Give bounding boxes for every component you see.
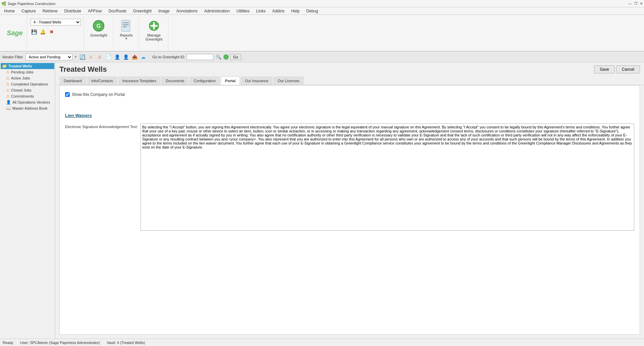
ribbon-reports-btn[interactable]: Reports ▼ bbox=[117, 17, 136, 42]
show-on-portal-checkbox[interactable] bbox=[65, 92, 70, 97]
ribbon-greenlight-group: G Greenlight bbox=[85, 16, 113, 50]
sidebar-item-master-address-book[interactable]: 📖 Master Address Book bbox=[1, 105, 54, 111]
menu-apflow[interactable]: APFlow bbox=[87, 8, 103, 14]
person-add-btn[interactable]: 👤 bbox=[122, 53, 129, 61]
svg-rect-10 bbox=[153, 22, 155, 24]
tab-insurance-templates[interactable]: Insurance Templates bbox=[118, 76, 161, 85]
tab-content-portal: Show this Company on Portal Lien Waivers… bbox=[59, 85, 640, 335]
tree-person-icon: 👤 bbox=[6, 100, 11, 105]
person-btn[interactable]: 👤 bbox=[113, 53, 121, 61]
save-button[interactable]: Save bbox=[594, 65, 614, 73]
menu-bar: Home Capture Retrieve Distribute APFlow … bbox=[0, 7, 644, 15]
menu-home[interactable]: Home bbox=[3, 8, 16, 14]
menu-image[interactable]: Image bbox=[157, 8, 171, 14]
sidebar-item-pending-jobs[interactable]: ⚠ Pending Jobs bbox=[1, 69, 54, 75]
tree-book-icon: 📖 bbox=[6, 106, 11, 111]
page-title: Treated Wells bbox=[59, 65, 107, 74]
go-to-input[interactable] bbox=[186, 54, 213, 60]
ribbon-manage-btn[interactable]: ManageGreenlight bbox=[143, 17, 166, 43]
e-signature-textarea[interactable] bbox=[141, 123, 634, 231]
warning-red-btn[interactable]: ⚠ bbox=[96, 53, 103, 61]
tree-folder-icon: 📁 bbox=[2, 64, 7, 68]
warning-orange-btn[interactable]: ⚠ bbox=[87, 53, 95, 61]
status-user: User: SPCAdmin (Sage Paperless Administr… bbox=[20, 341, 100, 345]
menu-debug[interactable]: Debug bbox=[305, 8, 319, 14]
status-vault: Vault: 4 (Treated Wells) bbox=[107, 341, 145, 345]
restore-btn[interactable]: ❐ bbox=[634, 2, 637, 5]
main-layout: 📁 Treated Wells ⚠ Pending Jobs ⚠ Active … bbox=[0, 62, 644, 339]
sidebar-item-commitments[interactable]: ⚠ Commitments bbox=[1, 93, 54, 99]
ribbon-manage-group: ManageGreenlight bbox=[140, 16, 169, 50]
cancel-button[interactable]: Cancel bbox=[616, 65, 640, 73]
sidebar-item-label: Treated Wells bbox=[8, 64, 32, 68]
tab-portal[interactable]: Portal bbox=[221, 76, 240, 85]
ribbon-reports-label: Reports bbox=[120, 33, 133, 37]
sage-logo: Sage bbox=[7, 29, 23, 37]
status-indicator bbox=[223, 54, 229, 60]
menu-help[interactable]: Help bbox=[290, 8, 301, 14]
sidebar-item-closed-jobs[interactable]: ⚠ Closed Jobs bbox=[1, 87, 54, 93]
file-send-btn[interactable]: 📤 bbox=[131, 53, 138, 61]
go-button[interactable]: Go bbox=[230, 54, 241, 60]
filter-dropdown[interactable]: Active and Pending All Active Pending bbox=[25, 54, 72, 60]
menu-annotations[interactable]: Annotations bbox=[175, 8, 199, 14]
menu-capture[interactable]: Capture bbox=[20, 8, 37, 14]
sidebar: 📁 Treated Wells ⚠ Pending Jobs ⚠ Active … bbox=[0, 62, 55, 339]
ribbon-greenlight-label: Greenlight bbox=[90, 33, 107, 37]
menu-administration[interactable]: Administration bbox=[203, 8, 231, 14]
sidebar-item-label: Master Address Book bbox=[12, 106, 48, 110]
tab-our-insurance[interactable]: Our Insurance bbox=[240, 76, 273, 85]
minimize-btn[interactable]: — bbox=[628, 2, 632, 5]
ribbon-reports-group: Reports ▼ bbox=[114, 16, 139, 50]
save-icon-btn[interactable]: 💾 bbox=[31, 28, 38, 36]
toolbar: Vendor Filter Active and Pending All Act… bbox=[0, 52, 644, 62]
status-bar: Ready User: SPCAdmin (Sage Paperless Adm… bbox=[0, 339, 644, 346]
menu-distribute[interactable]: Distribute bbox=[63, 8, 83, 14]
menu-utilities[interactable]: Utilities bbox=[235, 8, 251, 14]
tab-bar: Dashboard Info/Contacts Insurance Templa… bbox=[55, 76, 644, 85]
lien-waivers-title: Lien Waivers bbox=[64, 113, 636, 118]
sidebar-item-all-ops-vendors[interactable]: 👤 All Operations Vendors bbox=[1, 99, 54, 105]
tab-configuration[interactable]: Configuration bbox=[190, 76, 220, 85]
svg-rect-8 bbox=[150, 25, 152, 26]
menu-retrieve[interactable]: Retrieve bbox=[41, 8, 59, 14]
tree-warning-icon5: ⚠ bbox=[6, 94, 10, 99]
greenlight-icon: G bbox=[92, 19, 105, 33]
lien-waivers-section: Lien Waivers Electronic Signature Acknow… bbox=[64, 113, 636, 232]
cloud-btn[interactable]: ☁ bbox=[140, 53, 147, 61]
svg-text:G: G bbox=[97, 23, 101, 29]
file-green-btn[interactable]: 📄 bbox=[105, 53, 112, 61]
close-btn[interactable]: ✕ bbox=[640, 2, 643, 5]
go-to-label: Go to Greenlight ID: bbox=[152, 55, 185, 59]
show-on-portal-label: Show this Company on Portal bbox=[72, 92, 125, 97]
reports-dropdown-arrow: ▼ bbox=[125, 37, 128, 40]
sidebar-item-treated-wells[interactable]: 📁 Treated Wells bbox=[1, 63, 54, 69]
menu-greenlight[interactable]: Greenlight bbox=[132, 8, 153, 14]
menu-addins[interactable]: Addins bbox=[271, 8, 286, 14]
reports-icon bbox=[120, 19, 133, 33]
tab-info-contacts[interactable]: Info/Contacts bbox=[87, 76, 117, 85]
app-icon: 🌿 bbox=[1, 1, 6, 6]
cancel-icon-btn[interactable]: ✖ bbox=[48, 28, 55, 36]
status-ready: Ready bbox=[3, 341, 13, 345]
dropdown-arrow: ▼ bbox=[74, 55, 77, 59]
alert-icon-btn[interactable]: 🔔 bbox=[39, 28, 47, 36]
vault-dropdown[interactable]: 4 - Treated Wells bbox=[31, 19, 81, 25]
tab-documents[interactable]: Documents bbox=[161, 76, 189, 85]
svg-rect-11 bbox=[153, 27, 155, 30]
tab-our-licenses[interactable]: Our Licenses bbox=[273, 76, 304, 85]
e-signature-row: Electronic Signature Acknowledgement Tex… bbox=[64, 122, 636, 232]
search-icon[interactable]: 🔍 bbox=[215, 53, 222, 61]
sidebar-item-active-jobs[interactable]: ⚠ Active Jobs bbox=[1, 75, 54, 81]
ribbon-greenlight-btn[interactable]: G Greenlight bbox=[87, 17, 110, 39]
menu-links[interactable]: Links bbox=[255, 8, 267, 14]
refresh-btn[interactable]: 🔄 bbox=[78, 53, 86, 61]
sidebar-item-label: Commitments bbox=[11, 94, 34, 98]
vendor-filter-label: Vendor Filter bbox=[2, 55, 23, 59]
sidebar-item-completed-operations[interactable]: ⚠ Completed Operations bbox=[1, 81, 54, 87]
manage-icon bbox=[147, 19, 161, 33]
ribbon-manage-label: ManageGreenlight bbox=[146, 33, 163, 41]
menu-docroute[interactable]: DocRoute bbox=[107, 8, 127, 14]
header-buttons: Save Cancel bbox=[594, 65, 640, 73]
tab-dashboard[interactable]: Dashboard bbox=[59, 76, 86, 85]
